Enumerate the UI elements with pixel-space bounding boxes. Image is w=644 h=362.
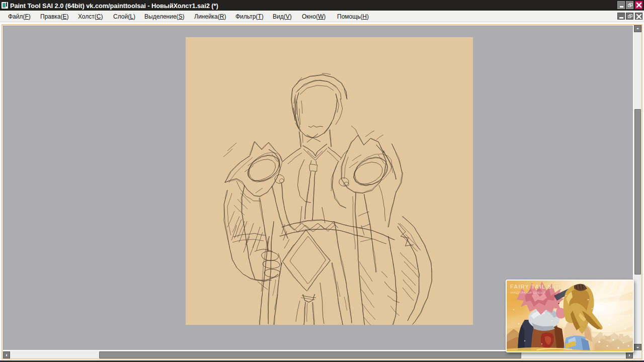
svg-text:НАЦУ/ЛЮСИ СПЕШЛ: НАЦУ/ЛЮСИ СПЕШЛ <box>511 291 546 294</box>
svg-text:FAIRY TAIL SKU: FAIRY TAIL SKU <box>510 284 561 290</box>
